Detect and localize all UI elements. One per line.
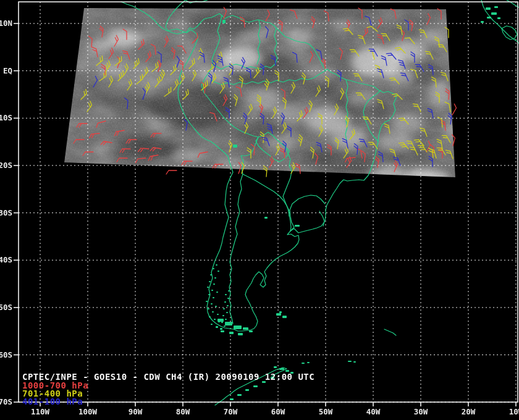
island-blob [225,319,227,320]
island-blob [223,308,225,309]
lon-label: 70W [224,407,238,416]
lon-label: 40W [366,407,381,416]
island-blob [220,328,222,330]
lat-label: EQ [3,66,12,75]
island-blob [224,326,226,327]
island-blob [210,274,212,275]
lat-label: 30S [0,208,12,217]
lat-label: 10S [0,113,12,122]
island-blob [222,20,226,23]
island-blob [245,389,249,391]
africa-coast [481,0,519,43]
island-blob [208,294,210,295]
island-blob [253,385,258,387]
lon-label: 90W [129,407,143,416]
island-blob [225,294,227,295]
island-blob [216,292,218,293]
island-blob [217,271,219,272]
island-blob [487,17,491,19]
lon-label: 60W [271,407,285,416]
island-blob [212,311,214,313]
africa-top-corner [507,0,519,7]
lat-label: 70S [0,397,12,406]
lat-label: 10N [0,19,12,28]
island-blob [279,311,282,313]
island-blob [208,308,209,309]
island-blob [226,312,228,313]
island-blob [206,301,208,302]
island-blob [274,366,277,368]
island-blob [227,298,229,299]
island-blob [233,145,237,148]
map-svg: 10NEQ10S20S30S40S50S60S70S110W100W90W80W… [0,0,519,420]
island-blob [221,322,223,323]
lat-label: 20S [0,161,12,170]
island-blob [216,326,218,328]
island-blob [353,361,356,363]
island-blob [307,362,310,363]
island-blob [497,17,500,19]
lon-label: 20W [462,407,476,416]
island-blob [209,281,211,282]
island-blob [230,398,234,400]
island-blob [348,361,352,362]
lon-label: 110W [31,407,50,416]
island-blob [302,363,305,364]
island-blob [243,327,248,330]
lon-label: 10W [509,407,519,416]
africa-inland-loop [502,26,517,40]
wind-barb [166,170,177,174]
lon-label: 100W [78,407,98,416]
island-blob [213,268,214,269]
island-blob [207,287,209,288]
island-blob [227,305,229,306]
island-blob [211,303,213,304]
island-blob [221,330,224,332]
island-blob [238,333,243,335]
island-blob [282,316,287,318]
island-blob [276,313,281,316]
lat-label: 50S [0,303,12,312]
legend-item: 401-100 hPa [22,397,83,406]
lon-label: 80W [176,407,190,416]
island-blob [481,21,484,23]
island-blob [234,326,242,329]
island-blob [211,290,213,291]
island-blob [237,394,242,396]
island-blob [213,297,214,298]
island-blob [213,284,215,285]
island-blob [229,332,234,334]
island-blob [217,319,224,322]
island-blob [264,217,268,219]
island-blob [217,314,219,315]
island-blob [215,306,217,307]
island-blob [295,225,300,227]
south-georgia [384,329,396,335]
island-blob [249,330,253,332]
satellite-wind-map: 10NEQ10S20S30S40S50S60S70S110W100W90W80W… [0,0,519,420]
island-blob [225,322,232,326]
island-blob [216,264,217,266]
island-blob [491,12,497,15]
lon-label: 30W [414,407,428,416]
lat-label: 40S [0,255,12,264]
island-blob [224,301,226,303]
swath-grain [62,6,457,179]
island-blob [494,6,498,8]
island-blob [209,316,211,317]
island-blob [214,319,216,320]
lagoa-dos-patos [319,211,324,226]
lon-label: 50W [319,407,333,416]
island-blob [486,7,491,10]
lat-label: 60S [0,350,12,359]
island-blob [222,315,224,316]
border-north-argentina [243,174,289,216]
island-blob [214,277,216,279]
island-blob [279,368,284,370]
island-blob [228,290,230,292]
island-blob [211,324,213,325]
